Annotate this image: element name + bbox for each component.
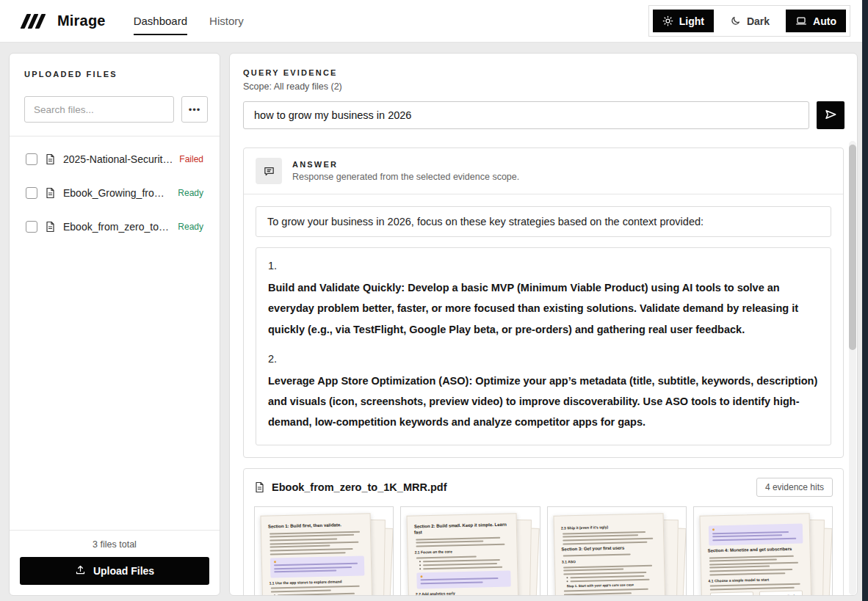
evidence-file-name: Ebook_from_zero_to_1K_MRR.pdf — [272, 481, 750, 493]
callout-tip-icon — [274, 561, 276, 563]
evidence-hits-badge: 4 evidence hits — [756, 478, 833, 497]
text-line-skeleton — [563, 537, 653, 541]
theme-auto-label: Auto — [813, 15, 836, 27]
theme-light-label: Light — [679, 15, 704, 27]
text-line-skeleton — [570, 575, 644, 578]
pdf-paragraph-skeleton — [270, 547, 364, 554]
theme-auto-button[interactable]: Auto — [786, 10, 846, 32]
query-evidence-panel: QUERY EVIDENCE Scope: All ready files (2… — [229, 53, 858, 596]
text-line-skeleton — [270, 538, 337, 541]
top-navbar: Mirage Dashboard History Light Dark Auto — [0, 0, 862, 43]
text-line-skeleton — [416, 556, 477, 558]
bullet-dot — [419, 567, 421, 569]
file-checkbox[interactable] — [26, 187, 37, 199]
text-line-skeleton — [270, 534, 354, 538]
moon-icon — [730, 15, 741, 26]
pdf-paragraph-skeleton — [271, 585, 365, 591]
pdf-bullet-list — [274, 592, 365, 595]
evidence-page-thumbnail[interactable]: Section 4: Monetize and get subscribers4… — [693, 506, 833, 595]
evidence-page-thumbnail[interactable]: Section 2: Build small. Keep it simple. … — [400, 506, 540, 595]
scrollbar-thumb[interactable] — [849, 145, 856, 350]
document-icon — [254, 481, 265, 493]
evidence-card: Ebook_from_zero_to_1K_MRR.pdf 4 evidence… — [243, 468, 844, 595]
text-line-skeleton — [710, 586, 795, 590]
pdf-bullet-list — [566, 575, 657, 582]
file-row[interactable]: Ebook_from_zero_to…Ready — [20, 210, 209, 244]
text-line-skeleton — [270, 531, 360, 534]
pdf-paragraph-skeleton — [709, 583, 803, 589]
callout-tip-icon — [712, 528, 715, 531]
pdf-section-heading: 2.1 Focus on the core — [415, 547, 510, 554]
pdf-paragraph-skeleton — [709, 568, 803, 575]
upload-files-button[interactable]: Upload Files — [20, 557, 209, 585]
text-line-skeleton — [563, 564, 652, 568]
file-name: 2025-National-Securit… — [63, 153, 172, 165]
text-line-skeleton — [712, 534, 782, 537]
bullet-dot — [566, 577, 568, 578]
query-evidence-title: QUERY EVIDENCE — [243, 68, 845, 77]
file-checkbox[interactable] — [26, 221, 37, 233]
answer-item-text: Build and Validate Quickly: Develop a ba… — [268, 277, 819, 340]
text-line-skeleton — [278, 592, 355, 595]
evidence-page-thumbnail[interactable]: 2.3 Ship it (even if it's ugly)Section 3… — [547, 506, 687, 595]
text-line-skeleton — [421, 581, 483, 584]
theme-dark-label: Dark — [747, 15, 770, 27]
send-query-button[interactable] — [817, 101, 845, 129]
pdf-paragraph-skeleton — [563, 531, 657, 537]
pdf-callout-box — [709, 523, 803, 545]
text-line-skeleton — [709, 572, 785, 575]
tab-history[interactable]: History — [209, 0, 244, 43]
text-line-skeleton — [563, 589, 648, 592]
uploaded-files-title: UPLOADED FILES — [24, 70, 205, 79]
bullet-dot — [419, 560, 421, 561]
pdf-page: Section 1: Build first, then validate.1.… — [261, 513, 375, 595]
text-line-skeleton — [709, 555, 794, 558]
pdf-section-heading: Section 4: Monetize and get subscribers — [707, 546, 803, 554]
upload-icon — [75, 564, 86, 578]
evidence-page-thumbnail[interactable]: Section 1: Build first, then validate.1.… — [254, 506, 394, 595]
answer-item: 1. Build and Validate Quickly: Develop a… — [268, 260, 819, 340]
pdf-section-heading: Step 1. Start with your app's core use c… — [566, 582, 657, 588]
thumbnail-row: Section 1: Build first, then validate.1.… — [254, 506, 833, 595]
pdf-paragraph-skeleton — [563, 537, 657, 544]
pdf-paragraph-skeleton — [563, 571, 657, 575]
text-line-skeleton — [274, 566, 352, 569]
tab-dashboard[interactable]: Dashboard — [134, 0, 187, 43]
pdf-section-heading: 2.2 Add analytics early — [416, 589, 511, 595]
theme-light-button[interactable]: Light — [653, 10, 714, 32]
file-row[interactable]: 2025-National-Securit…Failed — [20, 142, 209, 176]
text-line-skeleton — [270, 541, 358, 544]
text-line-skeleton — [416, 540, 484, 543]
text-line-skeleton — [709, 569, 792, 572]
search-files-input[interactable] — [24, 96, 174, 123]
answer-subtitle: Response generated from the selected evi… — [292, 172, 519, 182]
send-icon — [824, 108, 837, 123]
pdf-page: 2.3 Ship it (even if it's ugly)Section 3… — [553, 513, 667, 595]
more-options-button[interactable]: ••• — [181, 96, 208, 123]
file-row[interactable]: Ebook_Growing_fro…Ready — [20, 176, 209, 210]
file-checkbox[interactable] — [26, 153, 37, 165]
laptop-icon — [795, 15, 807, 26]
answer-card: ANSWER Response generated from the selec… — [243, 147, 844, 458]
theme-toggle-group: Light Dark Auto — [648, 5, 850, 37]
pdf-section-heading: Section 2: Build small. Keep it simple. … — [414, 522, 510, 536]
theme-dark-button[interactable]: Dark — [720, 10, 779, 32]
file-name: Ebook_Growing_fro… — [63, 187, 170, 199]
answer-item-text: Leverage App Store Optimization (ASO): O… — [268, 371, 819, 433]
text-line-skeleton — [423, 558, 500, 561]
text-line-skeleton — [563, 534, 638, 537]
answer-item-number: 1. — [268, 260, 819, 272]
pdf-bullet-item — [419, 558, 510, 562]
text-line-skeleton — [274, 563, 358, 567]
upload-files-label: Upload Files — [93, 565, 154, 577]
query-input[interactable] — [243, 101, 809, 129]
text-line-skeleton — [563, 553, 630, 556]
pdf-bullet-item — [566, 575, 657, 578]
pdf-paragraph-skeleton — [563, 564, 657, 571]
pdf-paragraph-skeleton — [270, 537, 364, 547]
pdf-section-heading: 1.1 Use the app stores to explore demand — [270, 578, 365, 585]
text-line-skeleton — [423, 566, 502, 569]
results-scroll-area: ANSWER Response generated from the selec… — [243, 141, 857, 595]
pdf-paragraph-skeleton — [709, 555, 804, 568]
pdf-section-heading: 2.3 Ship it (even if it's ugly) — [560, 523, 656, 530]
